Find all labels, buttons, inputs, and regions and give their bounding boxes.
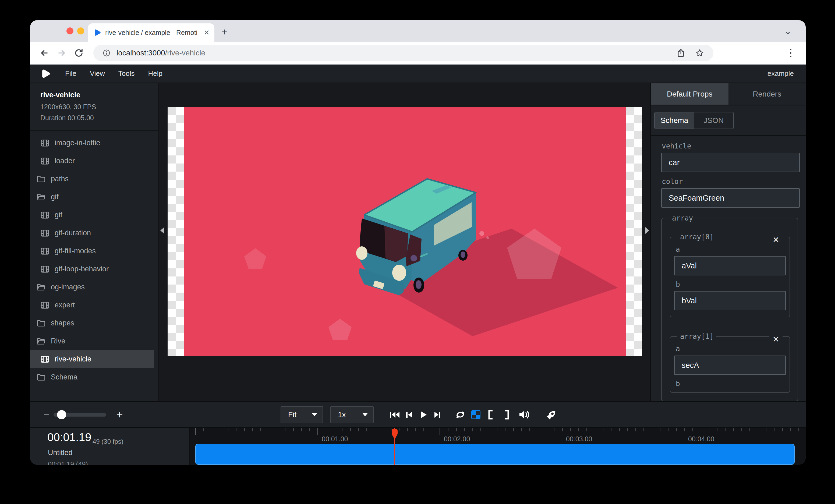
set-out-point-button[interactable] (499, 407, 514, 422)
menu-tools[interactable]: Tools (118, 69, 135, 78)
back-button[interactable] (38, 46, 51, 60)
film-icon (40, 355, 50, 364)
track-duration: 00:01.19 (49) (48, 460, 88, 465)
sidebar-item-expert[interactable]: expert (30, 296, 154, 314)
play-button[interactable] (415, 407, 431, 422)
mode-json[interactable]: JSON (694, 112, 733, 129)
composition-canvas[interactable] (168, 107, 642, 356)
skip-to-start-button[interactable] (387, 407, 402, 422)
zoom-slider-thumb[interactable] (57, 410, 66, 419)
van-illustration (341, 172, 491, 301)
ruler-label: 00:02.00 (444, 435, 470, 443)
zoom-in-button[interactable]: + (113, 408, 126, 421)
sequence-bar[interactable] (195, 444, 795, 465)
tab-search-chevron-icon[interactable]: ⌄ (784, 25, 792, 36)
sidebar-folder-gif[interactable]: gif (30, 188, 154, 206)
playhead-marker[interactable] (391, 428, 399, 441)
b-label: b (676, 380, 786, 388)
bookmark-star-icon[interactable] (695, 48, 704, 58)
ruler-tick (440, 428, 440, 435)
chevron-down-icon (312, 413, 317, 416)
sidebar-item-gif[interactable]: gif (30, 206, 154, 224)
menu-help[interactable]: Help (148, 69, 162, 78)
track-name[interactable]: Untitled (48, 448, 73, 457)
forward-button[interactable] (55, 46, 68, 60)
speed-dropdown-value: 1x (338, 411, 346, 419)
current-frame-info: 49 (30 fps) (93, 438, 123, 445)
back-arrow-icon (40, 48, 49, 58)
new-tab-button[interactable]: + (219, 26, 230, 38)
sidebar-item-gif-loop-behavior[interactable]: gif-loop-behavior (30, 260, 154, 278)
mode-schema[interactable]: Schema (655, 112, 694, 129)
sidebar-item-loader[interactable]: loader (30, 152, 154, 170)
sidebar-folder-rive[interactable]: Rive (30, 332, 154, 350)
a-input[interactable] (674, 256, 786, 275)
sidebar-folder-schema[interactable]: Schema (30, 368, 154, 386)
browser-tab[interactable]: rive-vehicle / example - Remoti ✕ (88, 23, 215, 42)
transparency-toggle-button[interactable] (468, 407, 483, 422)
zoom-out-button[interactable]: − (40, 408, 53, 421)
render-button[interactable] (544, 407, 559, 422)
b-input[interactable] (674, 291, 786, 310)
folder-open-icon (36, 192, 46, 202)
loop-toggle-button[interactable] (453, 407, 468, 422)
array-fieldset: array array[0] ✕ a b array[1] ✕ (661, 214, 798, 401)
film-icon (40, 228, 50, 238)
speed-dropdown[interactable]: 1x (330, 406, 374, 423)
browser-window: rive-vehicle / example - Remoti ✕ + ⌄ lo… (30, 20, 806, 465)
tab-default-props[interactable]: Default Props (651, 83, 729, 105)
reload-icon (74, 48, 84, 58)
compositions-sidebar: rive-vehicle 1200x630, 30 FPS Duration 0… (30, 83, 159, 401)
remotion-favicon-icon (94, 29, 101, 36)
previous-frame-button[interactable] (402, 407, 417, 422)
site-info-icon[interactable] (102, 49, 110, 57)
sidebar-item-label: Schema (51, 373, 78, 381)
remotion-logo-icon[interactable] (41, 69, 50, 79)
vehicle-input[interactable] (661, 153, 800, 172)
ruler-minor-ticks (195, 428, 806, 432)
array-item-0-legend: array[0] (677, 233, 716, 241)
color-input[interactable] (661, 188, 800, 208)
collapse-sidebar-handle[interactable] (160, 227, 164, 234)
tab-renders[interactable]: Renders (729, 83, 806, 105)
tab-close-icon[interactable]: ✕ (204, 28, 209, 37)
mute-toggle-button[interactable] (517, 407, 532, 422)
sidebar-folder-shapes[interactable]: shapes (30, 314, 154, 332)
sidebar-item-image-in-lottie[interactable]: image-in-lottie (30, 134, 154, 152)
minimize-window-button[interactable] (77, 27, 84, 35)
film-icon (40, 300, 50, 310)
sidebar-item-label: og-images (51, 283, 85, 291)
share-icon[interactable] (676, 48, 686, 58)
collapse-props-handle[interactable] (645, 227, 649, 234)
project-header: rive-vehicle 1200x630, 30 FPS Duration 0… (30, 83, 159, 131)
reload-button[interactable] (72, 46, 85, 60)
next-frame-button[interactable] (430, 407, 445, 422)
project-duration: Duration 00:05.00 (40, 114, 152, 122)
a-input[interactable] (674, 356, 786, 375)
menu-view[interactable]: View (90, 69, 105, 78)
array-legend: array (669, 214, 696, 222)
props-form: vehicle color array array[0] ✕ a b (651, 136, 806, 401)
sidebar-item-gif-fill-modes[interactable]: gif-fill-modes (30, 242, 154, 260)
browser-menu-button[interactable] (784, 46, 797, 59)
sidebar-item-label: image-in-lottie (55, 139, 100, 147)
sidebar-item-gif-duration[interactable]: gif-duration (30, 224, 154, 242)
sidebar-item-label: gif-duration (55, 229, 91, 237)
folder-open-icon (36, 282, 46, 292)
address-bar[interactable]: localhost:3000/rive-vehicle (93, 45, 713, 61)
sidebar-folder-og-images[interactable]: og-images (30, 278, 154, 296)
sidebar-folder-paths[interactable]: paths (30, 170, 154, 188)
set-in-point-button[interactable] (483, 407, 498, 422)
menu-file[interactable]: File (65, 69, 76, 78)
sidebar-item-rive-vehicle[interactable]: rive-vehicle (30, 350, 154, 368)
remove-item-1-button[interactable]: ✕ (769, 335, 782, 344)
timeline-left-panel: 00:01.19 49 (30 fps) Untitled 00:01.19 (… (30, 428, 190, 465)
ruler-label: 00:01.00 (322, 435, 348, 443)
film-icon (40, 265, 50, 274)
array-item-1-legend: array[1] (677, 332, 716, 340)
timeline-track-area[interactable]: 00:01.00 00:02.00 00:03.00 00:04.00 (190, 428, 806, 465)
close-window-button[interactable] (66, 27, 74, 35)
fit-dropdown[interactable]: Fit (281, 406, 323, 423)
pentagon-decor-bottom (328, 319, 352, 340)
remove-item-0-button[interactable]: ✕ (769, 235, 782, 245)
